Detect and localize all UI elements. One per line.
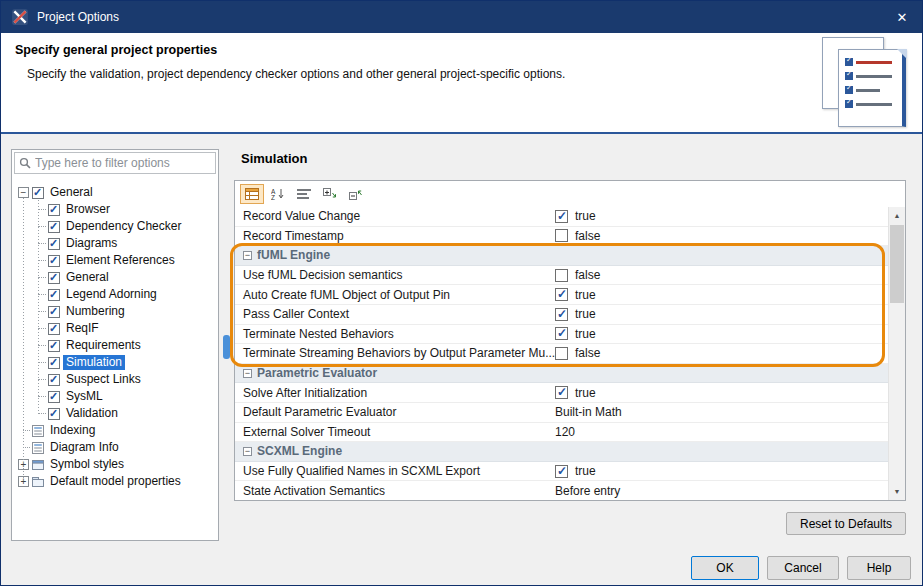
- close-button[interactable]: ✕: [882, 1, 922, 33]
- property-value: true: [555, 288, 596, 302]
- value-checkbox[interactable]: [555, 210, 568, 223]
- property-value: true: [555, 386, 596, 400]
- tree-item-reqif[interactable]: ReqIF: [12, 320, 218, 337]
- property-label: External Solver Timeout: [235, 425, 555, 439]
- tree-item-checkbox[interactable]: [48, 221, 60, 233]
- expand-all-button[interactable]: [318, 184, 342, 204]
- splitter-handle[interactable]: [223, 335, 230, 359]
- property-value: Built-in Math: [555, 405, 622, 419]
- reset-to-defaults-button[interactable]: Reset to Defaults: [786, 512, 906, 535]
- tree-item-checkbox[interactable]: [48, 323, 60, 335]
- tree-item-label: General: [63, 270, 112, 285]
- collapse-group-icon[interactable]: −: [243, 251, 252, 260]
- check-icon: [845, 86, 853, 94]
- cancel-button[interactable]: Cancel: [767, 556, 839, 580]
- property-row-terminate-streaming-behaviors-by-output-parameter-mu[interactable]: Terminate Streaming Behaviors by Output …: [235, 344, 888, 364]
- sort-alphabetically-button[interactable]: A Z: [266, 184, 290, 204]
- tree-item-default-model-properties[interactable]: +Default model properties: [12, 473, 218, 490]
- value-checkbox[interactable]: [555, 347, 568, 360]
- tree-item-checkbox[interactable]: [48, 391, 60, 403]
- tree-item-numbering[interactable]: Numbering: [12, 303, 218, 320]
- value-checkbox[interactable]: [555, 327, 568, 340]
- tree-item-checkbox[interactable]: [48, 255, 60, 267]
- collapse-icon[interactable]: −: [18, 187, 29, 198]
- tree-item-checkbox[interactable]: [48, 340, 60, 352]
- property-row-default-parametric-evaluator[interactable]: Default Parametric EvaluatorBuilt-in Mat…: [235, 403, 888, 423]
- sort-alphabetically-icon: A Z: [271, 188, 285, 200]
- tree-item-browser[interactable]: Browser: [12, 201, 218, 218]
- tree-item-dependency-checker[interactable]: Dependency Checker: [12, 218, 218, 235]
- value-checkbox[interactable]: [555, 386, 568, 399]
- vertical-scrollbar[interactable]: [888, 207, 905, 500]
- collapse-group-icon[interactable]: −: [243, 369, 252, 378]
- property-row-auto-create-fuml-object-of-output-pin[interactable]: Auto Create fUML Object of Output Pintru…: [235, 285, 888, 305]
- tree-item-element-references[interactable]: Element References: [12, 252, 218, 269]
- tree-item-label: General: [47, 185, 96, 200]
- property-row-state-activation-semantics[interactable]: State Activation SemanticsBefore entry: [235, 481, 888, 500]
- value-checkbox[interactable]: [555, 288, 568, 301]
- group-row-parametric-evaluator[interactable]: −Parametric Evaluator: [235, 364, 888, 384]
- tree-item-checkbox[interactable]: [48, 408, 60, 420]
- tree-item-checkbox[interactable]: [48, 357, 60, 369]
- tree-branch-line: [38, 379, 46, 380]
- show-description-button[interactable]: [292, 184, 316, 204]
- value-checkbox[interactable]: [555, 269, 568, 282]
- tree-item-symbol-styles[interactable]: +Symbol styles: [12, 456, 218, 473]
- text-line: [856, 89, 880, 92]
- tree-branch-line: [23, 447, 30, 448]
- titlebar[interactable]: Project Options ✕: [1, 1, 922, 33]
- property-row-pass-caller-context[interactable]: Pass Caller Contexttrue: [235, 305, 888, 325]
- property-row-solve-after-initialization[interactable]: Solve After Initializationtrue: [235, 383, 888, 403]
- filter-box[interactable]: [14, 152, 216, 174]
- property-row-terminate-nested-behaviors[interactable]: Terminate Nested Behaviorstrue: [235, 325, 888, 345]
- model-icon: [32, 476, 44, 488]
- tree-item-indexing[interactable]: Indexing: [12, 422, 218, 439]
- collapse-group-icon[interactable]: −: [243, 447, 252, 456]
- tree-item-general[interactable]: −General: [12, 184, 218, 201]
- tree-item-requirements[interactable]: Requirements: [12, 337, 218, 354]
- value-checkbox[interactable]: [555, 465, 568, 478]
- filter-input[interactable]: [35, 156, 211, 170]
- tree-connector-line: [23, 198, 24, 482]
- tree-item-label: Diagram Info: [47, 440, 122, 455]
- property-row-use-fuml-decision-semantics[interactable]: Use fUML Decision semanticsfalse: [235, 266, 888, 286]
- property-row-record-timestamp[interactable]: Record Timestampfalse: [235, 227, 888, 247]
- help-button[interactable]: Help: [847, 556, 911, 580]
- value-checkbox[interactable]: [555, 308, 568, 321]
- tree-item-diagrams[interactable]: Diagrams: [12, 235, 218, 252]
- tree-item-checkbox[interactable]: [48, 374, 60, 386]
- value-text: Built-in Math: [555, 405, 622, 419]
- property-label: Use Fully Qualified Names in SCXML Expor…: [235, 464, 555, 478]
- value-checkbox[interactable]: [555, 229, 568, 242]
- tree-item-checkbox[interactable]: [48, 204, 60, 216]
- property-row-external-solver-timeout[interactable]: External Solver Timeout120: [235, 423, 888, 443]
- group-row-fuml-engine[interactable]: −fUML Engine: [235, 246, 888, 266]
- tree-item-legend-adorning[interactable]: Legend Adorning: [12, 286, 218, 303]
- collapse-all-button[interactable]: [344, 184, 368, 204]
- tree-item-diagram-info[interactable]: Diagram Info: [12, 439, 218, 456]
- group-row-scxml-engine[interactable]: −SCXML Engine: [235, 442, 888, 462]
- tree-branch-line: [38, 209, 46, 210]
- check-icon: [845, 100, 853, 108]
- scroll-up-button[interactable]: [889, 207, 905, 224]
- property-row-record-value-change[interactable]: Record Value Changetrue: [235, 207, 888, 227]
- property-value: true: [555, 327, 596, 341]
- tree-item-checkbox[interactable]: [48, 272, 60, 284]
- categorize-by-group-button[interactable]: [240, 184, 264, 204]
- tree-item-label: Symbol styles: [47, 457, 127, 472]
- ok-button[interactable]: OK: [691, 556, 759, 580]
- tree-item-checkbox[interactable]: [48, 289, 60, 301]
- tree-item-checkbox[interactable]: [32, 187, 44, 199]
- value-text: true: [575, 464, 596, 478]
- tree-item-suspect-links[interactable]: Suspect Links: [12, 371, 218, 388]
- tree-item-validation[interactable]: Validation: [12, 405, 218, 422]
- property-row-use-fully-qualified-names-in-scxml-export[interactable]: Use Fully Qualified Names in SCXML Expor…: [235, 462, 888, 482]
- tree-item-checkbox[interactable]: [48, 238, 60, 250]
- tree-item-simulation[interactable]: Simulation: [12, 354, 218, 371]
- tree-item-general[interactable]: General: [12, 269, 218, 286]
- scrollbar-thumb[interactable]: [890, 225, 904, 303]
- scroll-down-button[interactable]: [889, 483, 905, 500]
- tree-item-sysml[interactable]: SysML: [12, 388, 218, 405]
- tree-item-checkbox[interactable]: [48, 306, 60, 318]
- property-label: State Activation Semantics: [235, 484, 555, 498]
